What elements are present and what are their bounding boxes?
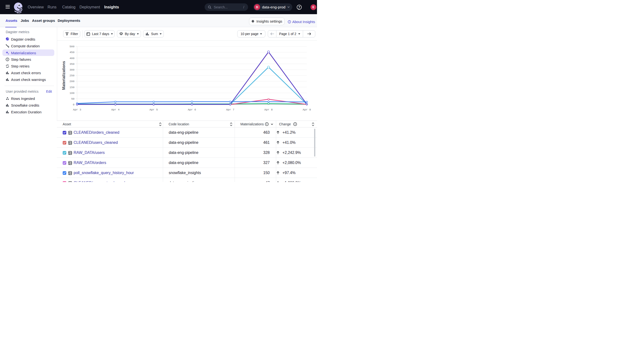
svg-text:Apr 6: Apr 6 <box>188 108 196 111</box>
svg-text:Apr 8: Apr 8 <box>264 108 273 111</box>
svg-text:Apr 3: Apr 3 <box>73 108 82 111</box>
svg-text:0: 0 <box>73 103 74 106</box>
svg-text:450: 450 <box>70 51 74 54</box>
svg-text:Materializations: Materializations <box>62 61 66 90</box>
svg-text:300: 300 <box>70 68 74 71</box>
svg-text:Apr 4: Apr 4 <box>111 108 120 111</box>
svg-text:50: 50 <box>71 97 74 100</box>
svg-text:Apr 9: Apr 9 <box>302 108 311 111</box>
svg-text:200: 200 <box>70 80 74 83</box>
svg-text:150: 150 <box>70 86 74 89</box>
svg-text:100: 100 <box>70 92 74 94</box>
svg-text:Apr 5: Apr 5 <box>150 108 158 111</box>
svg-text:Apr 7: Apr 7 <box>226 108 234 111</box>
svg-text:250: 250 <box>70 74 74 77</box>
svg-text:350: 350 <box>70 62 74 66</box>
svg-text:500: 500 <box>70 45 74 48</box>
svg-text:?: ? <box>298 6 300 9</box>
svg-text:400: 400 <box>70 57 74 60</box>
